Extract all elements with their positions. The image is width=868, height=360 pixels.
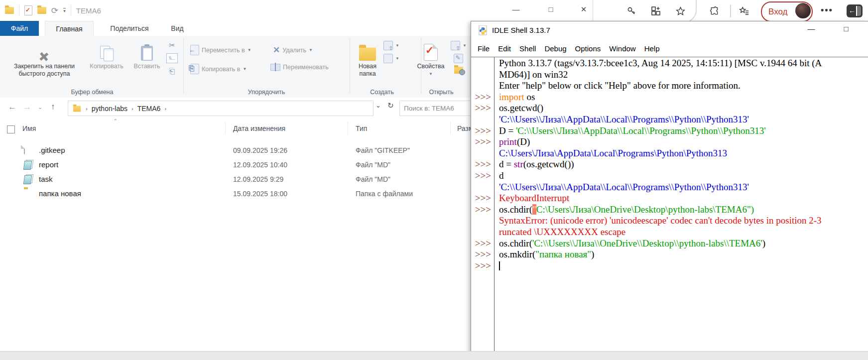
idle-titlebar: IDLE Shell 3.13.7 — □ (471, 21, 868, 40)
shell-prompt (471, 114, 494, 125)
column-header-name[interactable]: Имя (22, 124, 36, 132)
maximize-button[interactable]: □ (544, 5, 558, 13)
shell-line: >>>d = str(os.getcwd()) (471, 159, 868, 170)
address-dropdown-icon[interactable]: ⌄ (375, 102, 381, 109)
shell-line-text: D = 'C:\\Users\\Лиза\\AppData\\Local\\Pr… (494, 125, 766, 137)
column-header-type[interactable]: Тип (356, 124, 367, 132)
menu-shell[interactable]: Shell (519, 44, 536, 53)
cut-icon[interactable]: ✂ (167, 41, 177, 50)
file-icon (24, 145, 25, 154)
shell-lines: Python 3.13.7 (tags/v3.13.7:bcee1c3, Aug… (471, 57, 868, 271)
shell-line: >>>os.mkdir("папка новая") (471, 249, 868, 260)
shell-prompt: >>> (471, 193, 494, 204)
delete-button[interactable]: ✕ Удалить▼ (273, 45, 313, 55)
menu-edit[interactable]: Edit (498, 44, 511, 53)
explorer-titlebar: ⟲ ▾ ТЕМА6 — □ ✕ (0, 0, 593, 21)
favorites-list-icon[interactable] (737, 4, 751, 18)
shell-line-text: os.mkdir("папка новая") (494, 249, 594, 260)
open-small-buttons: ▼ (451, 41, 467, 74)
idle-minimize-button[interactable]: — (804, 24, 819, 33)
explorer-app-icon (5, 7, 14, 14)
menu-file[interactable]: File (478, 44, 490, 53)
copy-icon (100, 46, 113, 61)
copy-button[interactable]: Копировать (85, 39, 128, 70)
shell-prompt (471, 182, 494, 193)
breadcrumb-python-labs[interactable]: python-labs (92, 105, 127, 113)
sidebar-toggle-icon[interactable]: ← (847, 4, 863, 17)
menu-help[interactable]: Help (644, 44, 660, 53)
refresh-icon[interactable]: ↻ (387, 101, 394, 110)
rename-icon (270, 64, 280, 71)
undo-redo-icon[interactable]: ⟲ (51, 5, 58, 16)
shell-text-area[interactable]: Python 3.13.7 (tags/v3.13.7:bcee1c3, Aug… (471, 57, 868, 352)
easy-access-button[interactable]: ▼ (383, 41, 399, 50)
menu-debug[interactable]: Debug (544, 44, 566, 53)
shell-line: >>>d (471, 170, 868, 182)
column-header-date[interactable]: Дата изменения (233, 124, 285, 132)
history-dropdown-icon[interactable]: ⌄ (38, 104, 42, 111)
idle-maximize-button[interactable]: □ (839, 24, 854, 33)
tab-home[interactable]: Главная (45, 21, 94, 36)
back-icon[interactable]: ← (8, 102, 16, 112)
new-folder-qat-icon[interactable] (37, 7, 46, 14)
forward-icon[interactable]: → (23, 102, 31, 112)
tab-file[interactable]: Файл (0, 21, 39, 36)
move-to-button[interactable]: Переместить в▼ (190, 45, 251, 55)
pin-to-quick-access-button[interactable]: ✚ Закрепить на панели быстрого доступа (5, 39, 84, 78)
favorite-star-icon[interactable] (673, 4, 687, 18)
copy-to-button[interactable]: Копировать в▼ (190, 64, 247, 74)
select-all-checkbox[interactable] (7, 125, 15, 133)
minimize-button[interactable]: — (509, 5, 523, 13)
search-box[interactable]: Поиск в: ТЕМА6 (399, 101, 478, 116)
history-icon[interactable] (454, 67, 463, 74)
shell-prompt: >>> (471, 159, 494, 170)
shell-line: Enter "help" below or click "Help" above… (471, 80, 868, 92)
collections-icon[interactable] (649, 4, 663, 18)
move-to-icon (190, 45, 199, 55)
shell-line: MD64)] on win32 (471, 69, 868, 81)
new-item-icon (383, 54, 393, 63)
shell-prompt (471, 148, 494, 159)
new-folder-button[interactable]: Новая папка (355, 39, 380, 78)
shell-prompt: >>> (471, 103, 494, 114)
window-title: ТЕМА6 (76, 6, 101, 15)
rename-button[interactable]: Переименовать (270, 64, 329, 71)
open-icon (451, 41, 460, 50)
paste-button[interactable]: Вставить (129, 39, 164, 70)
sort-ascending-icon[interactable]: ⌃ (113, 118, 118, 124)
address-bar[interactable]: › python-labs › ТЕМА6 › (68, 101, 373, 116)
shell-line-text (494, 260, 500, 272)
shell-line: >>> (471, 260, 868, 272)
close-button[interactable]: ✕ (577, 5, 591, 14)
shell-line: >>>D = 'C:\\Users\\Лиза\\AppData\\Local\… (471, 125, 868, 137)
shell-prompt (471, 80, 494, 92)
copy-path-icon[interactable]: \\... (166, 53, 178, 63)
shell-prompt: >>> (471, 92, 494, 103)
shell-line-text: d (494, 170, 504, 182)
open-button[interactable]: ▼ (451, 41, 467, 50)
group-label-organize: Упорядочить (229, 89, 304, 96)
new-item-button[interactable]: ▼ (383, 54, 399, 63)
profile-avatar[interactable] (795, 3, 811, 18)
up-icon[interactable]: ↑ (51, 102, 55, 112)
extensions-puzzle-icon[interactable] (707, 4, 721, 18)
edit-icon[interactable] (454, 54, 463, 63)
properties-button[interactable]: Свойства ▼ (414, 39, 447, 78)
menu-window[interactable]: Window (609, 44, 635, 53)
tab-view[interactable]: Вид (164, 21, 190, 36)
password-key-icon[interactable] (624, 4, 638, 18)
browser-menu-icon[interactable]: ••• (821, 5, 833, 15)
properties-qat-icon[interactable] (24, 5, 32, 15)
idle-shell-window: IDLE Shell 3.13.7 — □ File Edit Shell De… (471, 21, 868, 352)
shell-line: SyntaxError: (unicode error) 'unicodeesc… (471, 215, 868, 227)
toolbar-divider (730, 4, 731, 17)
menu-options[interactable]: Options (575, 44, 601, 53)
shell-line: >>>print(D) (471, 136, 868, 148)
breadcrumb-tema6[interactable]: ТЕМА6 (137, 105, 161, 113)
shell-line-text: print(D) (494, 136, 530, 148)
prompt-separator (494, 57, 495, 352)
paste-shortcut-icon[interactable]: ⎗ (167, 67, 177, 76)
customize-qat-icon[interactable]: ▾ (63, 8, 66, 13)
browser-signin-button[interactable]: Вход (761, 1, 813, 22)
tab-share[interactable]: Поделиться (104, 21, 155, 36)
